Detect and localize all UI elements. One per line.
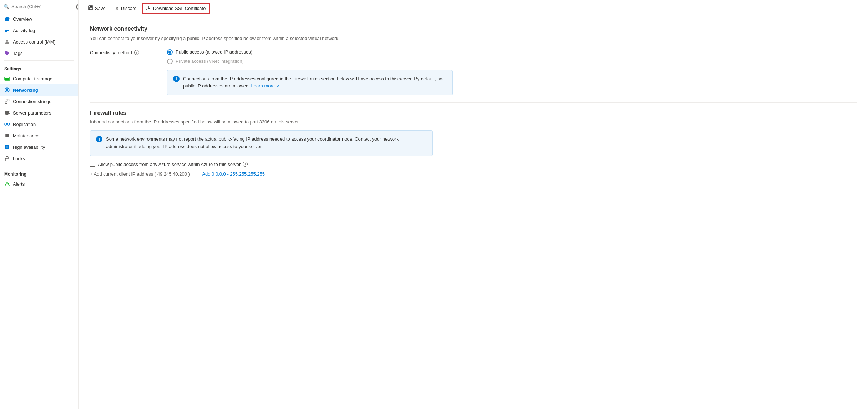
sidebar: 🔍 ❮❮ Overview Activity log Access contro… bbox=[0, 0, 79, 409]
learn-more-link[interactable]: Learn more ↗ bbox=[251, 83, 279, 89]
link-icon bbox=[4, 99, 10, 104]
sidebar-item-compute-storage[interactable]: Compute + storage bbox=[0, 73, 78, 84]
discard-icon: ✕ bbox=[115, 6, 119, 11]
sidebar-label-tags: Tags bbox=[13, 51, 22, 56]
network-connectivity-description: You can connect to your server by specif… bbox=[90, 35, 857, 42]
home-icon bbox=[4, 16, 10, 22]
sidebar-label-overview: Overview bbox=[13, 16, 32, 22]
sidebar-item-replication[interactable]: Replication bbox=[0, 118, 78, 130]
external-link-icon: ↗ bbox=[276, 84, 279, 88]
allow-azure-info-icon[interactable]: i bbox=[243, 162, 248, 167]
radio-public-label: Public access (allowed IP addresses) bbox=[176, 49, 252, 55]
toolbar: Save ✕ Discard Download SSL Certificate bbox=[79, 0, 868, 17]
compute-icon bbox=[4, 76, 10, 81]
sidebar-label-maintenance: Maintenance bbox=[13, 133, 39, 138]
svg-rect-15 bbox=[5, 147, 7, 149]
download-ssl-button[interactable]: Download SSL Certificate bbox=[142, 3, 210, 14]
svg-point-3 bbox=[6, 40, 8, 42]
svg-rect-0 bbox=[5, 29, 9, 29]
network-icon bbox=[4, 87, 10, 93]
save-button[interactable]: Save bbox=[84, 3, 110, 14]
separator-monitoring bbox=[4, 166, 74, 166]
section-divider bbox=[90, 102, 857, 103]
add-client-ip-link[interactable]: + Add current client IP address ( 49.245… bbox=[90, 171, 190, 177]
connectivity-info-icon[interactable]: i bbox=[134, 50, 139, 55]
sidebar-label-activity-log: Activity log bbox=[13, 28, 35, 33]
sidebar-label-alerts: Alerts bbox=[13, 181, 25, 187]
firewall-rules-title: Firewall rules bbox=[90, 110, 857, 116]
warning-circle-icon: i bbox=[96, 136, 102, 142]
search-box[interactable]: 🔍 ❮❮ bbox=[0, 0, 78, 13]
svg-rect-14 bbox=[7, 145, 9, 147]
discard-button[interactable]: ✕ Discard bbox=[111, 4, 141, 14]
allow-azure-row: Allow public access from any Azure servi… bbox=[90, 162, 857, 167]
network-connectivity-title: Network connectivity bbox=[90, 26, 857, 32]
sidebar-item-activity-log[interactable]: Activity log bbox=[0, 25, 78, 36]
gear-icon bbox=[4, 110, 10, 116]
svg-rect-10 bbox=[5, 135, 9, 136]
svg-rect-16 bbox=[7, 147, 9, 149]
sidebar-item-tags[interactable]: Tags bbox=[0, 47, 78, 59]
radio-private-access[interactable]: Private access (VNet Integration) bbox=[167, 59, 252, 64]
sidebar-item-alerts[interactable]: Alerts bbox=[0, 178, 78, 190]
sidebar-item-access-control[interactable]: Access control (IAM) bbox=[0, 36, 78, 47]
save-label: Save bbox=[95, 6, 106, 11]
sidebar-item-overview[interactable]: Overview bbox=[0, 13, 78, 25]
radio-private-label: Private access (VNet Integration) bbox=[176, 59, 244, 64]
add-range-link[interactable]: + Add 0.0.0.0 - 255.255.255.255 bbox=[198, 171, 265, 177]
sidebar-label-replication: Replication bbox=[13, 122, 36, 127]
alert-icon bbox=[4, 181, 10, 187]
svg-rect-12 bbox=[5, 136, 9, 137]
tag-icon bbox=[4, 50, 10, 56]
search-icon: 🔍 bbox=[4, 4, 9, 9]
sidebar-item-server-parameters[interactable]: Server parameters bbox=[0, 107, 78, 118]
sidebar-item-maintenance[interactable]: Maintenance bbox=[0, 130, 78, 141]
content-area: Network connectivity You can connect to … bbox=[79, 17, 868, 409]
sidebar-label-high-availability: High availability bbox=[13, 145, 45, 150]
radio-public-circle bbox=[167, 49, 173, 55]
connectivity-info-box: i Connections from the IP addresses conf… bbox=[167, 70, 453, 96]
list-icon bbox=[4, 27, 10, 33]
monitoring-section-label: Monitoring bbox=[0, 167, 78, 178]
allow-azure-checkbox[interactable] bbox=[90, 162, 95, 167]
replication-icon bbox=[4, 121, 10, 127]
svg-rect-11 bbox=[5, 134, 9, 135]
search-input[interactable] bbox=[11, 4, 71, 9]
svg-rect-5 bbox=[5, 78, 7, 80]
sidebar-item-networking[interactable]: Networking bbox=[0, 84, 78, 96]
sidebar-item-locks[interactable]: Locks bbox=[0, 153, 78, 164]
download-icon bbox=[146, 5, 151, 11]
svg-rect-18 bbox=[7, 183, 7, 185]
sidebar-label-compute-storage: Compute + storage bbox=[13, 76, 52, 81]
svg-rect-13 bbox=[5, 145, 7, 147]
main-content: Save ✕ Discard Download SSL Certificate … bbox=[79, 0, 868, 409]
connectivity-radio-group: Public access (allowed IP addresses) Pri… bbox=[167, 49, 252, 64]
sidebar-label-server-parameters: Server parameters bbox=[13, 110, 51, 116]
firewall-warning-text: Some network environments may not report… bbox=[106, 136, 427, 151]
lock-icon bbox=[4, 156, 10, 161]
svg-rect-22 bbox=[89, 8, 92, 10]
discard-label: Discard bbox=[121, 6, 137, 11]
firewall-warning-box: i Some network environments may not repo… bbox=[90, 130, 433, 156]
svg-point-8 bbox=[5, 123, 7, 125]
collapse-sidebar-button[interactable]: ❮❮ bbox=[74, 3, 79, 10]
firewall-rules-description: Inbound connections from the IP addresse… bbox=[90, 119, 857, 125]
settings-section-label: Settings bbox=[0, 62, 78, 73]
download-ssl-label: Download SSL Certificate bbox=[153, 6, 206, 11]
connectivity-method-field: Connectivity method i Public access (all… bbox=[90, 49, 857, 64]
allow-azure-label: Allow public access from any Azure servi… bbox=[98, 162, 248, 167]
sidebar-label-connection-strings: Connection strings bbox=[13, 99, 51, 104]
svg-rect-21 bbox=[90, 6, 92, 7]
sidebar-item-connection-strings[interactable]: Connection strings bbox=[0, 96, 78, 107]
network-connectivity-section: Network connectivity You can connect to … bbox=[90, 26, 857, 95]
person-icon bbox=[4, 39, 10, 45]
connectivity-info-text: Connections from the IP addresses config… bbox=[183, 75, 446, 90]
sidebar-label-locks: Locks bbox=[13, 156, 25, 161]
svg-rect-17 bbox=[5, 158, 9, 161]
radio-public-access[interactable]: Public access (allowed IP addresses) bbox=[167, 49, 252, 55]
sidebar-label-access-control: Access control (IAM) bbox=[13, 39, 56, 45]
add-links-row: + Add current client IP address ( 49.245… bbox=[90, 171, 857, 177]
separator-settings bbox=[4, 60, 74, 61]
sidebar-item-high-availability[interactable]: High availability bbox=[0, 141, 78, 153]
svg-rect-2 bbox=[5, 31, 7, 32]
